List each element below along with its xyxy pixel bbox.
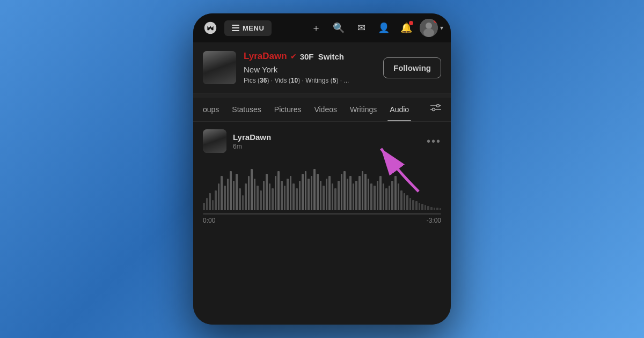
svg-rect-3 <box>203 51 236 84</box>
tab-writings[interactable]: Writings <box>343 98 383 121</box>
svg-point-1 <box>426 23 432 29</box>
profile-avatar[interactable] <box>203 51 236 84</box>
user-menu[interactable]: ▾ <box>420 19 443 37</box>
profile-age-gender: 30F Switch <box>300 52 344 61</box>
post-more-button[interactable]: ••• <box>427 135 441 148</box>
tab-statuses[interactable]: Statuses <box>225 98 267 121</box>
post-time: 6m <box>233 143 420 150</box>
svg-rect-4 <box>211 55 228 70</box>
menu-button[interactable]: MENU <box>224 20 272 36</box>
following-button[interactable]: Following <box>383 57 441 78</box>
svg-point-10 <box>433 108 435 111</box>
svg-rect-14 <box>209 137 220 144</box>
time-labels: 0:00 -3:00 <box>193 215 451 224</box>
filter-icon <box>430 104 441 113</box>
tabs-bar: oups Statuses Pictures Videos Writings A… <box>193 98 451 122</box>
profile-stats: Pics (36) · Vids (10) · Writings (5) · .… <box>244 77 376 84</box>
phone-frame: MENU ＋ 🔍 ✉ 👤 🔔 <box>193 13 451 325</box>
vids-count: 10 <box>291 77 298 84</box>
post-avatar-image <box>203 129 226 153</box>
logo-icon <box>203 20 218 35</box>
svg-point-8 <box>437 105 440 107</box>
user-avatar[interactable] <box>420 19 438 37</box>
relationship-label: Switch <box>318 52 344 61</box>
waveform-container <box>193 159 451 210</box>
post-header: LyraDawn 6m ••• <box>203 129 441 153</box>
pics-label: Pics <box>244 77 256 84</box>
svg-point-5 <box>209 70 230 84</box>
avatar-notification-badge <box>434 19 438 23</box>
profile-name[interactable]: LyraDawn <box>244 51 287 62</box>
nav-bar: MENU ＋ 🔍 ✉ 👤 🔔 <box>193 13 451 42</box>
tab-pictures[interactable]: Pictures <box>268 98 308 121</box>
verified-badge: ✔ <box>290 52 297 61</box>
svg-rect-11 <box>203 129 226 153</box>
audio-progress-bar[interactable] <box>203 213 441 215</box>
time-start: 0:00 <box>203 217 215 224</box>
messages-button[interactable]: ✉ <box>352 19 370 37</box>
content-area: LyraDawn 6m ••• 0:00 <box>193 122 451 325</box>
app-logo <box>201 18 220 38</box>
svg-rect-6 <box>213 62 226 71</box>
svg-rect-12 <box>208 132 221 143</box>
audio-post: LyraDawn 6m ••• <box>193 122 451 159</box>
filter-button[interactable] <box>424 100 448 119</box>
age-label: 30F <box>300 52 314 61</box>
svg-point-13 <box>206 143 223 153</box>
profile-photo <box>203 51 236 84</box>
post-avatar[interactable] <box>203 129 226 153</box>
post-author[interactable]: LyraDawn <box>233 133 420 142</box>
add-button[interactable]: ＋ <box>307 19 325 37</box>
profile-city: New York <box>244 65 277 74</box>
person-icon: 👤 <box>378 22 390 34</box>
plus-icon: ＋ <box>311 21 321 34</box>
stats-more: ... <box>343 77 349 84</box>
profile-section: LyraDawn ✔ 30F Switch New York Pics (36)… <box>193 42 451 93</box>
tab-audio[interactable]: Audio <box>383 98 415 121</box>
search-button[interactable]: 🔍 <box>330 19 348 37</box>
profile-avatar-image <box>203 51 236 84</box>
tab-groups[interactable]: oups <box>196 98 225 121</box>
contacts-button[interactable]: 👤 <box>375 19 393 37</box>
hamburger-icon <box>232 25 239 31</box>
search-icon: 🔍 <box>333 22 345 34</box>
tab-videos[interactable]: Videos <box>308 98 343 121</box>
time-end: -3:00 <box>427 217 441 224</box>
vids-label: Vids <box>274 77 287 84</box>
profile-info: LyraDawn ✔ 30F Switch New York Pics (36)… <box>244 51 376 84</box>
svg-point-2 <box>423 28 434 37</box>
dropdown-chevron: ▾ <box>440 24 443 32</box>
writings-label: Writings <box>305 77 328 84</box>
menu-label: MENU <box>243 24 264 32</box>
bell-icon: 🔔 <box>400 22 412 34</box>
profile-name-row: LyraDawn ✔ 30F Switch New York <box>244 51 376 74</box>
mail-icon: ✉ <box>357 22 365 34</box>
notifications-button[interactable]: 🔔 <box>397 19 415 37</box>
section-divider <box>193 93 451 98</box>
pics-count: 36 <box>260 77 267 84</box>
post-meta: LyraDawn 6m <box>233 133 420 150</box>
audio-waveform[interactable] <box>203 161 441 210</box>
